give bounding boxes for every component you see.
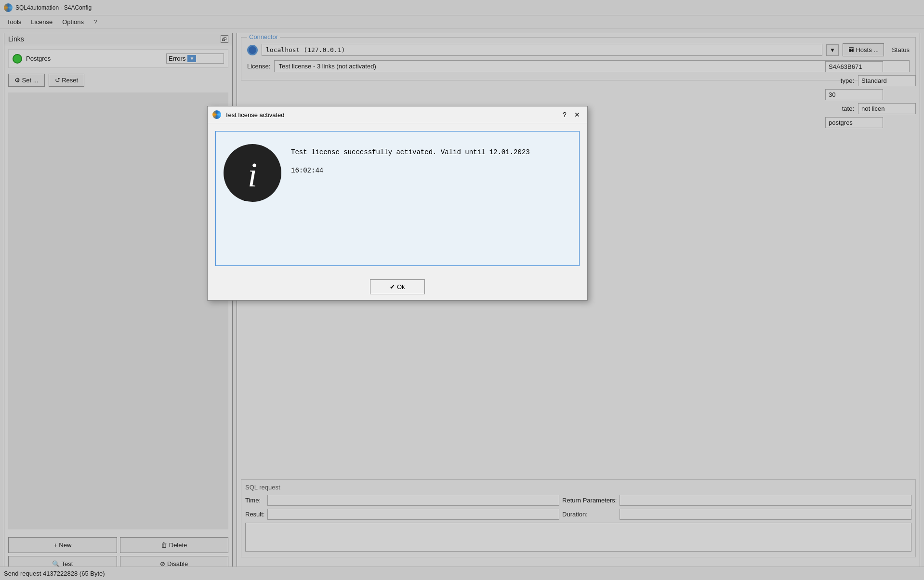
modal-close-button[interactable]: ✕ (572, 109, 582, 120)
info-icon: i (224, 144, 281, 202)
ok-button[interactable]: ✔ Ok (370, 279, 424, 294)
modal-title-buttons: ? ✕ (559, 109, 582, 120)
modal-title: Test license activated (225, 111, 285, 119)
modal-body: i Test license successfully activated. V… (208, 123, 587, 274)
modal-help-button[interactable]: ? (559, 109, 570, 120)
modal-message-line1: Test license successfully activated. Val… (291, 143, 571, 161)
modal-title-left: Test license activated (212, 110, 285, 119)
modal-app-icon (212, 110, 221, 119)
modal-title-bar: Test license activated ? ✕ (208, 106, 587, 123)
modal-message-line2: 16:02:44 (291, 161, 571, 180)
modal-content-box: i Test license successfully activated. V… (215, 131, 580, 266)
modal-footer: ✔ Ok (208, 274, 587, 300)
modal-dialog: Test license activated ? ✕ i Test licens… (207, 106, 588, 301)
